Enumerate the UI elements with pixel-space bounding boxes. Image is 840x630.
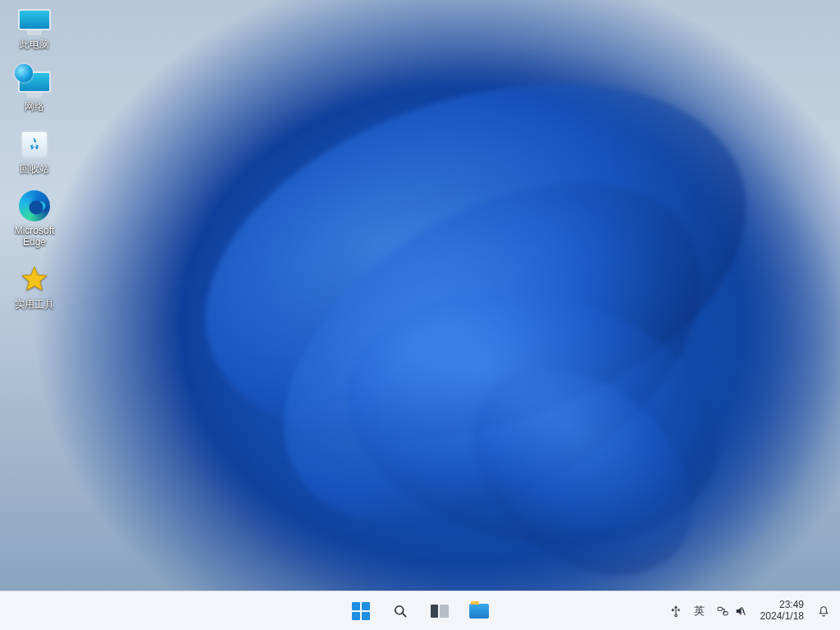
taskbar-center [344,591,496,630]
clock-date: 2024/1/18 [760,611,804,623]
desktop-icon-utilities[interactable]: 实用工具 [5,263,64,311]
desktop-icon-label: 实用工具 [15,299,54,311]
desktop-icons: 此电脑 网络 回收站 Microsoft Edge [5,3,64,311]
search-icon [392,603,409,619]
desktop-icon-label: 网络 [25,102,44,113]
desktop-icon-label: 回收站 [20,164,49,176]
svg-line-1 [403,613,406,616]
star-icon [16,263,52,296]
svg-rect-3 [723,611,727,614]
volume-icon [734,605,747,618]
desktop-icon-label: Microsoft Edge [5,226,64,249]
file-explorer-icon [469,604,489,619]
tray-notifications-button[interactable] [812,596,835,627]
file-explorer-button[interactable] [462,595,496,628]
microsoft-edge-icon [16,189,52,222]
start-button[interactable] [344,595,378,628]
desktop[interactable]: 此电脑 网络 回收站 Microsoft Edge [0,0,840,591]
usb-device-icon [669,605,682,618]
task-view-button[interactable] [422,595,457,628]
tray-clock-button[interactable]: 23:49 2024/1/18 [754,598,810,624]
tray-network-volume-button[interactable] [711,596,752,627]
search-button[interactable] [383,595,418,628]
network-icon [716,605,729,618]
notifications-icon [817,605,830,618]
task-view-icon [431,605,449,618]
desktop-icon-network[interactable]: 网络 [5,66,64,113]
desktop-icon-microsoft-edge[interactable]: Microsoft Edge [5,189,64,249]
network-icon [16,66,52,98]
svg-line-4 [742,607,745,614]
recycle-bin-icon [16,128,52,161]
this-pc-icon [16,3,52,36]
desktop-icon-this-pc[interactable]: 此电脑 [5,3,64,51]
desktop-icon-recycle-bin[interactable]: 回收站 [5,128,64,176]
windows-logo-icon [352,602,370,620]
system-tray: 英 23:49 2024/1/18 [664,591,835,630]
tray-usb-button[interactable] [664,596,687,627]
desktop-icon-label: 此电脑 [20,39,49,51]
taskbar: 英 23:49 2024/1/18 [0,591,840,630]
ime-indicator-label: 英 [694,604,705,619]
clock-time: 23:49 [760,600,804,611]
tray-ime-button[interactable]: 英 [689,596,710,627]
svg-rect-2 [718,607,722,610]
